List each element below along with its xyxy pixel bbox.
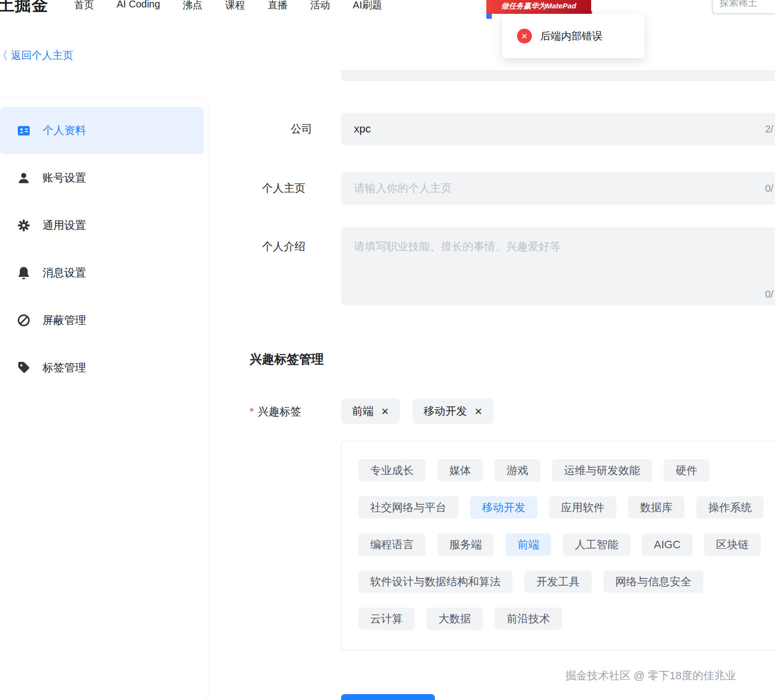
gear-icon bbox=[17, 219, 31, 232]
bell-icon bbox=[17, 266, 31, 280]
nav-item-home[interactable]: 首页 bbox=[74, 0, 94, 12]
nav-item-live[interactable]: 直播 bbox=[268, 0, 288, 12]
interest-section-heading: 兴趣标签管理 bbox=[250, 351, 324, 367]
intro-counter: 0/ bbox=[765, 289, 774, 300]
sidebar-item-block[interactable]: 屏蔽管理 bbox=[0, 297, 204, 344]
sidebar-item-label: 标签管理 bbox=[43, 360, 86, 375]
tag-row: 专业成长 媒体 游戏 运维与研发效能 硬件 bbox=[358, 459, 775, 481]
back-to-profile-link[interactable]: 〈 返回个人主页 bbox=[0, 48, 73, 62]
back-link-label: 返回个人主页 bbox=[11, 48, 73, 62]
nav-item-pins[interactable]: 沸点 bbox=[183, 0, 203, 12]
nav-item-courses[interactable]: 课程 bbox=[225, 0, 245, 12]
sidebar-item-notifications[interactable]: 消息设置 bbox=[0, 249, 204, 297]
save-button[interactable] bbox=[341, 694, 435, 700]
tag-option[interactable]: 操作系统 bbox=[696, 496, 764, 519]
tag-option[interactable]: 网络与信息安全 bbox=[603, 570, 703, 593]
promo-banner[interactable]: 做任务赢华为MatePad bbox=[486, 0, 591, 14]
remove-tag-icon[interactable]: ✕ bbox=[381, 407, 389, 416]
chevron-left-icon: 〈 bbox=[0, 50, 8, 61]
sidebar-item-label: 账号设置 bbox=[43, 171, 86, 185]
sidebar-item-label: 个人资料 bbox=[43, 123, 86, 138]
homepage-label: 个人主页 bbox=[262, 181, 305, 196]
tag-option-selected[interactable]: 前端 bbox=[506, 533, 551, 556]
site-logo[interactable]: 土掘金 bbox=[0, 0, 48, 16]
sidebar-item-tags[interactable]: 标签管理 bbox=[0, 344, 204, 392]
error-circle-icon: ✕ bbox=[517, 29, 532, 44]
user-icon bbox=[17, 171, 31, 185]
company-counter: 2/ bbox=[765, 124, 774, 135]
tag-option[interactable]: AIGC bbox=[642, 533, 692, 556]
tag-option[interactable]: 开发工具 bbox=[524, 570, 592, 593]
settings-sidebar: 个人资料 账号设置 通用设置 消息设置 屏蔽管理 标签管理 bbox=[0, 99, 208, 700]
error-toast: ✕ 后端内部错误 bbox=[502, 14, 645, 58]
tag-row: 软件设计与数据结构和算法 开发工具 网络与信息安全 bbox=[358, 570, 775, 593]
selected-tag-frontend: 前端 ✕ bbox=[341, 398, 400, 424]
company-label: 公司 bbox=[291, 122, 312, 136]
tag-picker-panel: 专业成长 媒体 游戏 运维与研发效能 硬件 社交网络与平台 移动开发 应用软件 … bbox=[341, 441, 775, 651]
sidebar-item-general[interactable]: 通用设置 bbox=[0, 202, 204, 249]
tag-option[interactable]: 编程语言 bbox=[358, 533, 426, 556]
intro-textarea[interactable] bbox=[341, 227, 775, 306]
block-icon bbox=[17, 313, 31, 327]
sidebar-item-account[interactable]: 账号设置 bbox=[0, 154, 204, 202]
tag-option[interactable]: 数据库 bbox=[628, 496, 685, 519]
tag-option-selected[interactable]: 移动开发 bbox=[470, 496, 537, 519]
tag-option[interactable]: 服务端 bbox=[437, 533, 494, 556]
nav-item-ai-coding[interactable]: AI Coding bbox=[117, 0, 160, 12]
top-nav: 首页 AI Coding 沸点 课程 直播 活动 AI刷题 bbox=[74, 0, 382, 12]
company-input[interactable] bbox=[341, 113, 775, 145]
tag-option[interactable]: 软件设计与数据结构和算法 bbox=[358, 570, 513, 593]
nav-item-events[interactable]: 活动 bbox=[310, 0, 330, 12]
sidebar-item-profile[interactable]: 个人资料 bbox=[0, 107, 204, 154]
tag-row: 社交网络与平台 移动开发 应用软件 数据库 操作系统 bbox=[358, 496, 775, 519]
clipped-field-bottom bbox=[341, 70, 775, 81]
tag-option[interactable]: 社交网络与平台 bbox=[358, 496, 458, 519]
tag-option[interactable]: 运维与研发效能 bbox=[552, 459, 652, 481]
tag-row: 云计算 大数据 前沿技术 bbox=[358, 608, 775, 630]
remove-tag-icon[interactable]: ✕ bbox=[474, 407, 482, 416]
required-asterisk: * bbox=[250, 405, 254, 418]
selected-tags: 前端 ✕ 移动开发 ✕ bbox=[341, 398, 493, 424]
interest-field-label: *兴趣标签 bbox=[250, 404, 301, 419]
chip-label: 移动开发 bbox=[424, 404, 467, 419]
id-card-icon bbox=[17, 124, 31, 137]
sidebar-item-label: 屏蔽管理 bbox=[43, 313, 86, 328]
tag-option[interactable]: 大数据 bbox=[427, 608, 483, 630]
tag-option[interactable]: 媒体 bbox=[437, 459, 483, 481]
homepage-input[interactable] bbox=[341, 172, 775, 205]
tag-icon bbox=[17, 361, 31, 375]
sidebar-item-label: 消息设置 bbox=[43, 265, 86, 280]
tag-option[interactable]: 游戏 bbox=[495, 459, 540, 481]
tag-option[interactable]: 硬件 bbox=[664, 459, 709, 481]
tag-option[interactable]: 应用软件 bbox=[549, 496, 616, 519]
intro-label: 个人介绍 bbox=[262, 239, 305, 254]
tag-option[interactable]: 专业成长 bbox=[358, 459, 426, 481]
selected-tag-mobile: 移动开发 ✕ bbox=[413, 398, 493, 424]
nav-item-ai-quiz[interactable]: AI刷题 bbox=[353, 0, 382, 12]
tag-option[interactable]: 云计算 bbox=[358, 608, 415, 630]
chip-label: 前端 bbox=[352, 404, 374, 419]
community-watermark: 掘金技术社区 @ 零下18度的佳兆业 bbox=[565, 668, 736, 683]
sidebar-item-label: 通用设置 bbox=[43, 218, 86, 233]
toast-message: 后端内部错误 bbox=[540, 29, 603, 43]
tag-option[interactable]: 前沿技术 bbox=[495, 608, 562, 630]
search-input[interactable] bbox=[712, 0, 775, 14]
homepage-counter: 0/ bbox=[765, 183, 774, 194]
tag-row: 编程语言 服务端 前端 人工智能 AIGC 区块链 bbox=[358, 533, 775, 556]
tag-option[interactable]: 区块链 bbox=[704, 533, 761, 556]
tag-option[interactable]: 人工智能 bbox=[563, 533, 630, 556]
